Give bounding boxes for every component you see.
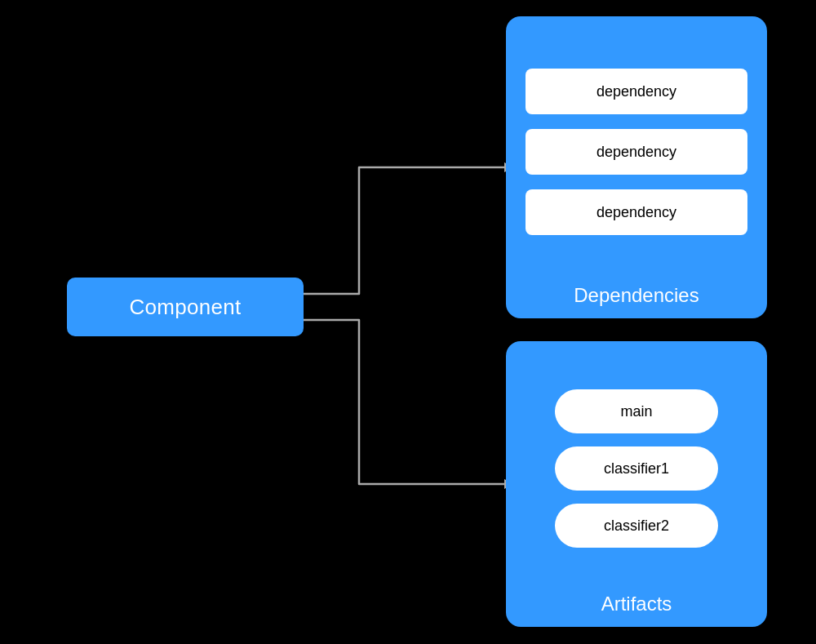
dep-item-2: dependency: [526, 129, 747, 175]
art-item-2: classifier1: [555, 446, 718, 491]
dependencies-panel-title: Dependencies: [574, 284, 698, 307]
dep-item-3: dependency: [526, 189, 747, 235]
component-box: Component: [67, 278, 304, 336]
component-label: Component: [129, 295, 241, 320]
dep-item-1-label: dependency: [596, 83, 676, 100]
art-item-3: classifier2: [555, 504, 718, 548]
diagram-container: Component dependency dependency dependen…: [0, 0, 816, 644]
artifacts-panel: main classifier1 classifier2 Artifacts: [506, 341, 767, 627]
artifacts-panel-title: Artifacts: [601, 593, 672, 615]
dependencies-panel: dependency dependency dependency Depende…: [506, 16, 767, 318]
art-items-list: main classifier1 classifier2: [526, 358, 747, 580]
art-item-3-label: classifier2: [604, 517, 669, 535]
art-item-1-label: main: [620, 403, 652, 420]
dep-items-list: dependency dependency dependency: [526, 33, 747, 271]
dep-item-3-label: dependency: [596, 204, 676, 221]
art-item-1: main: [555, 389, 718, 433]
art-item-2-label: classifier1: [604, 460, 669, 477]
dep-item-2-label: dependency: [596, 144, 676, 161]
dep-item-1: dependency: [526, 69, 747, 114]
